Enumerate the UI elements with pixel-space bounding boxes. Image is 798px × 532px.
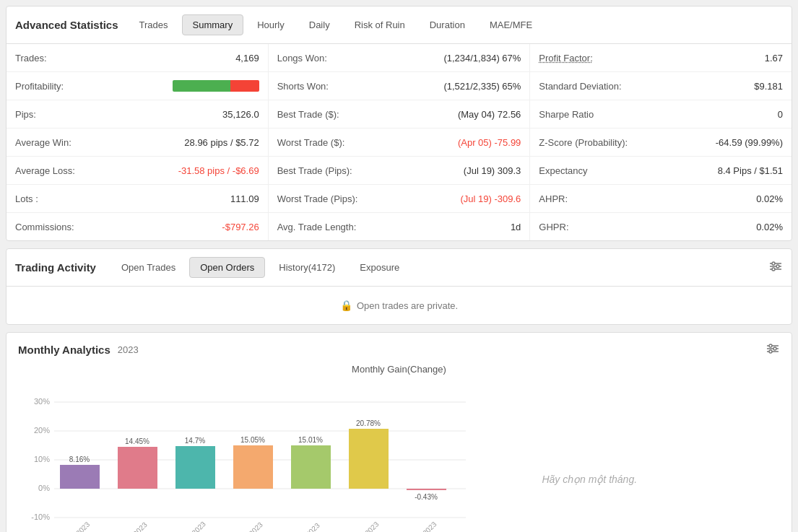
advanced-statistics-tab-bar: Advanced Statistics Trades Summary Hourl… [6,6,792,44]
bar-aug-2023[interactable] [349,429,389,489]
svg-text:14.7%: 14.7% [185,437,205,445]
stat-ghpr: GHPR: 0.02% [530,213,792,240]
chart-wrapper: .y-label { font-size: 11px; fill: #999; … [18,380,780,532]
svg-text:Jul 2023: Jul 2023 [296,521,321,532]
stat-expectancy: Expectancy 8.4 Pips / $1.51 [530,157,792,184]
tab-trades[interactable]: Trades [129,14,179,35]
monthly-analytics-title: Monthly Analytics [18,344,110,356]
stat-best-trade-pips: Best Trade (Pips): (Jul 19) 309.3 [269,157,531,184]
stats-row-4: Average Win: 28.96 pips / $5.72 Worst Tr… [6,128,792,157]
stats-row-3: Pips: 35,126.0 Best Trade ($): (May 04) … [6,100,792,128]
chart-title: Monthly Gain(Change) [18,364,780,375]
tab-hourly[interactable]: Hourly [246,14,295,35]
stat-shorts-won: Shorts Won: (1,521/2,335) 65% [269,72,531,100]
svg-text:Aug 2023: Aug 2023 [352,520,380,532]
svg-text:15.05%: 15.05% [240,436,265,444]
tab-open-trades[interactable]: Open Trades [110,257,186,278]
stat-avg-loss: Average Loss: -31.58 pips / -$6.69 [6,157,269,184]
svg-text:30%: 30% [34,397,50,406]
profitability-bar [173,80,259,92]
stat-sharpe: Sharpe Ratio 0 [530,100,792,128]
svg-point-11 [769,350,772,353]
stats-section: Trades: 4,169 Longs Won: (1,234/1,834) 6… [6,44,792,240]
stat-profit-factor: Profit Factor: 1.67 [530,44,792,71]
stat-commissions: Commissions: -$797.26 [6,213,269,240]
tab-exposure[interactable]: Exposure [349,257,410,278]
svg-text:8.16%: 8.16% [69,455,90,463]
svg-text:20%: 20% [34,426,50,435]
stat-worst-trade-dollar: Worst Trade ($): (Apr 05) -75.99 [269,128,531,156]
placeholder-message: Hãy chọn một tháng. [399,380,781,532]
stat-zscore: Z-Score (Probability): -64.59 (99.99%) [530,128,792,156]
filter-icon[interactable] [768,261,783,274]
stats-row-2: Profitability: Shorts Won: (1,521/2,335)… [6,72,792,100]
advanced-statistics-card: Advanced Statistics Trades Summary Hourl… [6,6,792,241]
trading-activity-tab-bar: Trading Activity Open Trades Open Orders… [6,249,792,287]
stat-best-trade-dollar: Best Trade ($): (May 04) 72.56 [269,100,531,128]
monthly-analytics-card: Monthly Analytics 2023 Monthly Gain(Chan… [6,332,792,532]
bar-may-2023[interactable] [175,446,215,489]
monthly-analytics-year: 2023 [118,344,139,355]
stat-worst-trade-pips: Worst Trade (Pips): (Jul 19) -309.6 [269,185,531,212]
stats-row-1: Trades: 4,169 Longs Won: (1,234/1,834) 6… [6,44,792,72]
stat-avg-win: Average Win: 28.96 pips / $5.72 [6,128,269,156]
stat-avg-trade-length: Avg. Trade Length: 1d [269,213,531,240]
svg-text:Apr 2023: Apr 2023 [122,520,149,532]
stat-std-dev: Standard Deviation: $9.181 [530,72,792,100]
svg-text:10%: 10% [34,455,50,463]
bar-jul-2023[interactable] [291,445,331,489]
bar-chart-container: .y-label { font-size: 11px; fill: #999; … [18,380,399,532]
stats-row-7: Commissions: -$797.26 Avg. Trade Length:… [6,213,792,240]
tab-mae-mfe[interactable]: MAE/MFE [479,14,543,35]
svg-text:0%: 0% [38,484,50,492]
svg-text:14.45%: 14.45% [125,437,149,445]
main-container: Advanced Statistics Trades Summary Hourl… [0,0,798,532]
stat-profitability: Profitability: [6,72,269,100]
monthly-analytics-header: Monthly Analytics 2023 [6,333,792,357]
svg-text:15.01%: 15.01% [298,436,323,444]
tab-open-orders[interactable]: Open Orders [189,257,265,278]
stat-pips: Pips: 35,126.0 [6,100,269,128]
tab-daily[interactable]: Daily [298,14,341,35]
private-message: 🔒 Open trades are private. [6,287,792,324]
svg-point-3 [772,262,775,265]
profit-green [173,80,230,92]
monthly-filter-icon[interactable] [766,343,780,357]
trading-activity-title: Trading Activity [15,261,96,274]
svg-text:May 2023: May 2023 [179,520,207,532]
advanced-statistics-title: Advanced Statistics [15,19,118,31]
trading-activity-card: Trading Activity Open Trades Open Orders… [6,248,792,325]
bar-jun-2023[interactable] [233,445,273,489]
chart-area: Monthly Gain(Change) .y-label { font-siz… [6,357,792,532]
stat-ahpr: AHPR: 0.02% [530,185,792,212]
svg-point-10 [773,347,776,350]
svg-text:20.78%: 20.78% [356,419,381,427]
stats-row-6: Lots : 111.09 Worst Trade (Pips): (Jul 1… [6,185,792,213]
profit-red [230,80,259,92]
svg-text:Mar 2023: Mar 2023 [64,520,92,532]
tab-risk-of-ruin[interactable]: Risk of Ruin [344,14,416,35]
lock-icon: 🔒 [340,300,352,311]
svg-text:Jun 2023: Jun 2023 [238,520,264,532]
stat-lots: Lots : 111.09 [6,185,269,212]
tab-duration[interactable]: Duration [419,14,476,35]
stats-row-5: Average Loss: -31.58 pips / -$6.69 Best … [6,157,792,185]
stat-longs-won: Longs Won: (1,234/1,834) 67% [269,44,531,71]
bar-apr-2023[interactable] [118,447,157,489]
tab-summary[interactable]: Summary [182,14,244,35]
tab-history[interactable]: History(4172) [268,257,346,278]
bar-mar-2023[interactable] [60,465,100,489]
svg-point-9 [769,344,772,347]
stat-trades: Trades: 4,169 [6,44,269,71]
svg-point-5 [772,268,775,271]
svg-text:-10%: -10% [31,513,50,521]
svg-point-4 [776,265,779,268]
